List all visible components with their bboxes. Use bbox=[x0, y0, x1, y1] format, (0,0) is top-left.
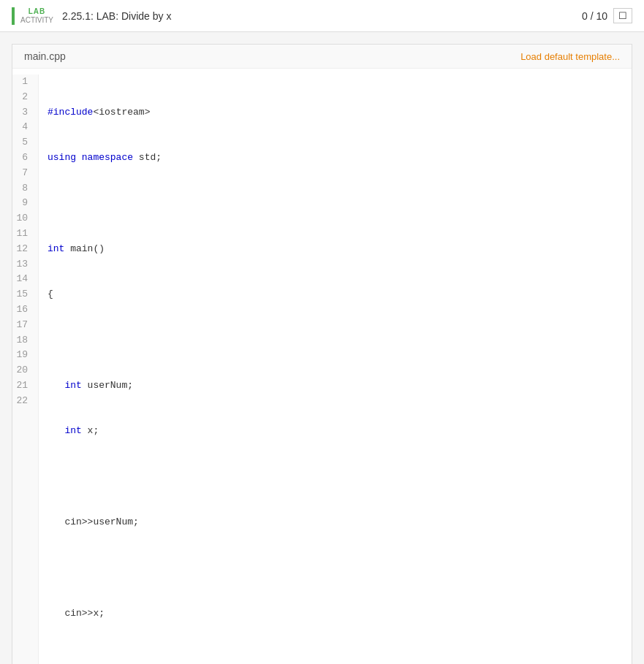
code-line-6 bbox=[48, 333, 623, 348]
code-line-7: int userNum; bbox=[48, 378, 623, 394]
code-line-12: cin>>x; bbox=[48, 606, 623, 622]
top-bar-left: LAB ACTIVITY 2.25.1: LAB: Divide by x bbox=[12, 7, 171, 25]
code-line-3 bbox=[48, 196, 623, 211]
editor-header: main.cpp Load default template... bbox=[12, 45, 632, 69]
code-line-5: { bbox=[48, 287, 623, 302]
code-line-9 bbox=[48, 470, 623, 485]
code-line-1: #include<iostream> bbox=[48, 105, 623, 121]
top-bar: LAB ACTIVITY 2.25.1: LAB: Divide by x 0 … bbox=[0, 0, 644, 32]
line-numbers: 1 2 3 4 5 6 7 8 9 10 11 12 13 14 15 16 1… bbox=[12, 75, 39, 664]
score-display: 0 / 10 bbox=[582, 10, 607, 22]
editor-filename: main.cpp bbox=[24, 50, 66, 62]
score-box: ☐ bbox=[613, 8, 632, 23]
code-area[interactable]: 1 2 3 4 5 6 7 8 9 10 11 12 13 14 15 16 1… bbox=[12, 69, 632, 664]
code-line-4: int main() bbox=[48, 242, 623, 257]
main-content: main.cpp Load default template... 1 2 3 … bbox=[0, 32, 644, 664]
code-line-10: cin>>userNum; bbox=[48, 515, 623, 530]
top-bar-right: 0 / 10 ☐ bbox=[582, 8, 632, 23]
code-line-8: int x; bbox=[48, 424, 623, 439]
code-line-11 bbox=[48, 561, 623, 576]
lab-badge: LAB ACTIVITY bbox=[12, 7, 53, 25]
activity-label: ACTIVITY bbox=[20, 16, 53, 25]
code-editor[interactable]: #include<iostream> using namespace std; … bbox=[39, 75, 632, 664]
page-title: 2.25.1: LAB: Divide by x bbox=[62, 10, 171, 22]
editor-panel: main.cpp Load default template... 1 2 3 … bbox=[12, 44, 632, 664]
lab-label: LAB bbox=[29, 7, 46, 16]
code-line-13 bbox=[48, 652, 623, 664]
load-template-link[interactable]: Load default template... bbox=[520, 51, 620, 62]
code-line-2: using namespace std; bbox=[48, 150, 623, 166]
